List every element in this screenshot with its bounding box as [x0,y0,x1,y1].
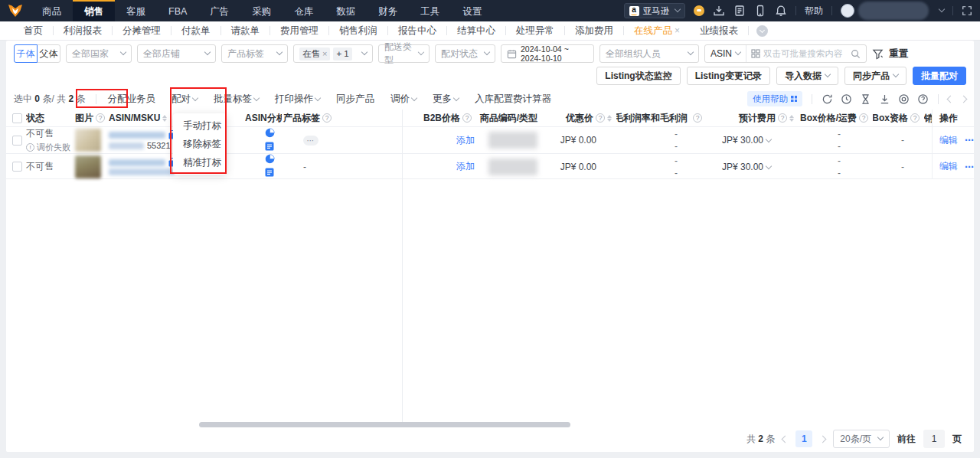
refresh-icon[interactable] [822,93,833,105]
menu-item-service[interactable]: 客服 [115,0,157,21]
product-image-redacted[interactable] [75,155,101,178]
question-circle-icon[interactable]: ? [778,113,787,123]
question-circle-icon[interactable]: ? [596,113,605,123]
question-help-icon[interactable] [917,93,929,105]
sync-product-button[interactable]: 同步产品 [844,67,906,85]
add-b2b-price-link[interactable]: 添加 [456,134,475,147]
sort-icon[interactable] [607,115,612,122]
row-more-icon[interactable]: ⋯ [965,162,975,172]
brand-logo-icon[interactable] [0,0,31,21]
mobile-app-icon[interactable] [754,5,766,17]
report-doc-icon[interactable] [265,168,282,179]
filter-funnel-icon[interactable] [872,48,884,60]
menu-item-warehouse[interactable]: 仓库 [283,0,325,21]
print-operations-button[interactable]: 打印操作 [275,93,320,106]
delivery-type-select[interactable]: 配送类型 [378,44,430,63]
menu-item-sales[interactable]: 销售 [73,0,115,21]
subnav-performance-report[interactable]: 业绩报表 [690,25,748,38]
menu-item-purchase[interactable]: 采购 [240,0,283,21]
batch-pair-button[interactable]: 批量配对 [913,67,966,85]
menu-item-data[interactable]: 数据 [325,0,367,21]
question-circle-icon[interactable]: ? [96,113,105,123]
fullscreen-icon[interactable] [962,5,972,16]
subnav-payment[interactable]: 付款单 [172,25,220,38]
reprice-button[interactable]: 调价 [390,93,416,106]
export-download-icon[interactable] [879,93,890,105]
import-data-button[interactable]: 导入数据 [776,67,838,85]
close-icon[interactable]: × [675,25,680,36]
inbound-fee-calculator-button[interactable]: 入库配置费计算器 [475,93,551,106]
question-circle-icon[interactable]: ? [859,113,868,123]
pair-status-select[interactable]: 配对状态 [435,44,495,63]
collapse-tabs-icon[interactable] [756,25,768,37]
subnav-profit-report[interactable]: 利润报表 [54,25,112,38]
subnav-request[interactable]: 请款单 [221,25,270,38]
menu-item-finance[interactable]: 财务 [367,0,409,21]
more-button[interactable]: 更多 [433,93,459,106]
menu-item-products[interactable]: 商品 [31,0,73,21]
store-select[interactable]: 全部店铺 [137,44,216,63]
menu-item-settings[interactable]: 设置 [451,0,493,21]
product-image-redacted[interactable] [75,129,101,152]
org-member-select[interactable]: 全部组织人员 [599,44,699,63]
row-checkbox[interactable] [12,162,22,172]
page-size-select[interactable]: 20条/页 [833,430,890,448]
reset-button[interactable]: 重置 [889,47,908,61]
subnav-report-center[interactable]: 报告中心 [388,25,446,38]
country-select[interactable]: 全部国家 [66,44,132,63]
add-b2b-price-link[interactable]: 添加 [456,160,475,173]
product-tag-select[interactable]: 产品标签 [221,44,288,63]
question-circle-icon[interactable]: ? [462,113,472,123]
search-input[interactable] [760,49,851,58]
info-icon[interactable]: ! [26,143,34,152]
pie-chart-icon[interactable] [265,128,282,140]
subnav-sales-profit[interactable]: 销售利润 [329,25,387,38]
marketplace-selector[interactable]: a 亚马逊 [624,3,686,18]
question-circle-icon[interactable]: ? [693,113,702,123]
current-page-button[interactable]: 1 [795,430,812,447]
select-all-checkbox[interactable] [12,113,22,123]
chat-notice-icon[interactable] [694,5,704,16]
sale-status-multiselect[interactable]: 在售× + 1 [293,44,373,63]
row-more-icon[interactable]: ⋯ [965,135,975,146]
prev-page-icon[interactable] [947,95,955,103]
search-type-select[interactable]: ASIN [705,45,746,62]
usage-help-badge[interactable]: 使用帮助 [747,91,802,106]
history-clock-icon[interactable] [841,93,852,105]
question-circle-icon[interactable]: ? [322,113,332,123]
close-icon[interactable]: × [322,49,327,58]
subnav-exceptions[interactable]: 处理异常 [506,25,564,38]
search-icon[interactable] [851,49,861,59]
column-settings-icon[interactable] [898,93,910,105]
row-checkbox[interactable] [12,136,22,146]
sort-icon[interactable] [789,115,794,122]
sort-icon[interactable] [162,115,167,122]
bell-icon[interactable] [775,5,787,17]
expand-fee-icon[interactable] [766,136,772,142]
subnav-online-products-tab[interactable]: 在线产品× [624,25,690,38]
hourglass-icon[interactable] [860,93,871,105]
menu-item-tools[interactable]: 工具 [409,0,451,21]
next-page-icon[interactable] [960,95,968,103]
sync-product-toolbar-button[interactable]: 同步产品 [336,93,374,106]
listing-change-log-button[interactable]: Listing变更记录 [687,67,770,85]
batch-grid-icon[interactable] [751,49,760,58]
download-center-icon[interactable] [713,5,725,17]
subnav-expense[interactable]: 费用管理 [270,25,328,38]
help-link[interactable]: 帮助 [805,5,823,18]
question-circle-icon[interactable]: ? [910,113,920,123]
date-range-picker[interactable]: 2024-10-04 ~ 2024-10-10 [501,44,594,63]
edit-link[interactable]: 编辑 [939,160,958,173]
listing-monitor-button[interactable]: Listing状态监控 [596,67,680,85]
pie-chart-icon[interactable] [265,154,282,166]
menu-item-ads[interactable]: 广告 [198,0,240,21]
expand-fee-icon[interactable] [766,162,772,168]
menu-item-fba[interactable]: FBA [157,0,198,21]
chevron-down-icon[interactable] [939,6,945,12]
prev-page-icon[interactable] [782,435,789,443]
subnav-add-fee[interactable]: 添加费用 [565,25,623,38]
next-page-icon[interactable] [819,435,827,443]
tag-overflow-badge[interactable]: ⋯ [303,136,318,146]
document-icon[interactable] [733,5,746,17]
scope-parent-button[interactable]: 父体 [37,44,60,63]
